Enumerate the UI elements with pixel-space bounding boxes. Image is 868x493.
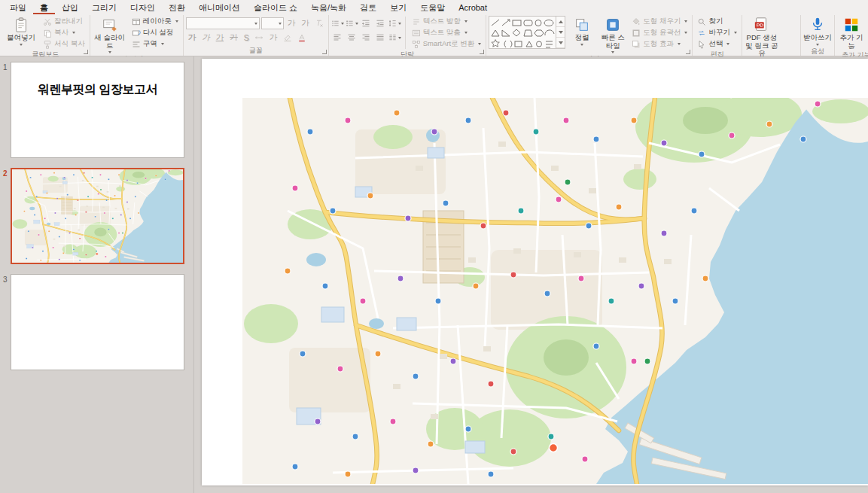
menu-item-design[interactable]: 디자인 bbox=[123, 0, 162, 14]
menu-item-file[interactable]: 파일 bbox=[3, 0, 33, 14]
quick-styles-icon bbox=[604, 17, 622, 33]
slide-2-thumbnail[interactable] bbox=[11, 168, 184, 264]
dictate-button[interactable]: 받아쓰기 bbox=[803, 16, 832, 47]
addins-button[interactable]: 추가 기능 bbox=[837, 16, 866, 50]
menu-item-home[interactable]: 홈 bbox=[33, 0, 55, 14]
align-right-button[interactable] bbox=[360, 32, 373, 44]
smartart-icon bbox=[412, 40, 421, 49]
copy-button[interactable]: 복사 bbox=[41, 27, 87, 38]
increase-indent-button[interactable] bbox=[374, 17, 387, 29]
convert-to-smartart-button[interactable]: SmartArt로 변환 bbox=[410, 38, 484, 50]
menu-item-record[interactable]: 녹음/녹화 bbox=[304, 0, 353, 14]
dialog-launcher-icon[interactable] bbox=[686, 50, 690, 54]
decrease-indent-button[interactable] bbox=[360, 17, 373, 29]
columns-icon bbox=[388, 33, 397, 42]
gallery-more-icon bbox=[559, 41, 563, 44]
copy-icon bbox=[43, 29, 52, 38]
shape-effects-icon bbox=[632, 40, 641, 49]
section-button[interactable]: 구역 bbox=[129, 38, 181, 50]
ribbon-group-clipboard: 붙여넣기 잘라내기 복사 서식 복사 클립보드 bbox=[2, 15, 90, 56]
section-icon bbox=[132, 40, 141, 49]
layout-button[interactable]: 레이아웃 bbox=[129, 16, 181, 27]
bold-button[interactable]: 가 bbox=[186, 32, 199, 44]
highlight-color-button[interactable] bbox=[281, 32, 294, 44]
align-left-icon bbox=[333, 33, 342, 42]
replace-button[interactable]: 바꾸기 bbox=[695, 27, 739, 38]
arrange-button[interactable]: 정렬 bbox=[568, 16, 596, 47]
italic-button[interactable]: 가 bbox=[199, 32, 212, 44]
reset-button[interactable]: 다시 설정 bbox=[129, 27, 181, 38]
shape-outline-button[interactable]: 도형 윤곽선 bbox=[629, 27, 690, 38]
font-size-select[interactable] bbox=[261, 17, 284, 29]
align-center-button[interactable] bbox=[346, 32, 358, 44]
align-text-icon bbox=[412, 29, 421, 38]
text-direction-button[interactable]: 텍스트 방향 bbox=[410, 16, 484, 27]
font-name-select[interactable] bbox=[186, 17, 260, 29]
justify-button[interactable] bbox=[374, 32, 387, 44]
new-slide-button[interactable]: 새 슬라이드 bbox=[93, 16, 127, 54]
chevron-down-icon bbox=[816, 44, 819, 46]
align-text-button[interactable]: 텍스트 맞춤 bbox=[410, 27, 484, 38]
line-spacing-button[interactable] bbox=[388, 17, 401, 29]
shape-effects-button[interactable]: 도형 효과 bbox=[629, 38, 690, 50]
menu-item-draw[interactable]: 그리기 bbox=[85, 0, 123, 14]
change-case-button[interactable]: 가 bbox=[267, 32, 280, 44]
character-spacing-button[interactable] bbox=[253, 32, 266, 44]
slide-canvas[interactable] bbox=[202, 59, 868, 485]
dialog-launcher-icon[interactable] bbox=[84, 50, 88, 54]
editor-canvas-area bbox=[194, 56, 868, 493]
chevron-down-icon bbox=[20, 44, 23, 46]
text-direction-icon bbox=[412, 17, 421, 26]
columns-button[interactable] bbox=[388, 32, 401, 44]
ribbon-group-acrobat: PDF 생성 및 링크 공유 Adobe Acrobat bbox=[742, 15, 801, 56]
numbering-button[interactable] bbox=[346, 17, 358, 29]
gallery-scroll-arrows[interactable] bbox=[556, 17, 565, 48]
font-color-button[interactable] bbox=[295, 32, 308, 44]
slide-map-image[interactable] bbox=[242, 98, 868, 484]
decrease-font-size-button[interactable]: 가 bbox=[299, 17, 312, 29]
numbered-list-icon bbox=[346, 19, 354, 28]
cut-button[interactable]: 잘라내기 bbox=[41, 16, 87, 27]
format-painter-button[interactable]: 서식 복사 bbox=[41, 38, 87, 50]
menu-item-review[interactable]: 검토 bbox=[353, 0, 383, 14]
slide-3-thumbnail[interactable] bbox=[11, 274, 184, 370]
dialog-launcher-icon[interactable] bbox=[322, 50, 327, 54]
bullets-button[interactable] bbox=[331, 17, 344, 29]
chevron-down-icon bbox=[611, 51, 614, 53]
clear-formatting-button[interactable] bbox=[313, 17, 326, 29]
chevron-down-icon bbox=[108, 51, 111, 53]
paste-button[interactable]: 붙여넣기 bbox=[4, 16, 38, 47]
increase-font-size-button[interactable]: 가 bbox=[285, 17, 298, 29]
menu-item-view[interactable]: 보기 bbox=[383, 0, 413, 14]
shapes-gallery[interactable] bbox=[489, 16, 565, 49]
clear-formatting-icon bbox=[315, 19, 324, 28]
menu-item-help[interactable]: 도움말 bbox=[413, 0, 452, 14]
outdent-icon bbox=[361, 19, 370, 28]
shape-fill-button[interactable]: 도형 채우기 bbox=[629, 16, 690, 27]
dictate-label: 받아쓰기 bbox=[803, 34, 832, 42]
menu-item-slideshow[interactable]: 슬라이드 쇼 bbox=[247, 0, 304, 14]
cursor-arrow-icon bbox=[697, 40, 706, 49]
bullet-list-icon bbox=[331, 19, 340, 28]
slide-2-number: 2 bbox=[3, 169, 8, 178]
quick-styles-button[interactable]: 빠른 스타일 bbox=[598, 16, 627, 54]
underline-button[interactable]: 가 bbox=[214, 32, 227, 44]
strikethrough-button[interactable]: 가 bbox=[227, 32, 240, 44]
pdf-icon bbox=[753, 17, 771, 33]
slide-1-thumbnail[interactable]: 워렌부핏의 임장보고서 bbox=[11, 62, 184, 158]
create-pdf-button[interactable]: PDF 생성 및 링크 공유 bbox=[745, 16, 779, 59]
dialog-launcher-icon[interactable] bbox=[480, 50, 484, 54]
find-button[interactable]: 찾기 bbox=[695, 16, 739, 27]
text-shadow-button[interactable]: S bbox=[242, 32, 251, 44]
new-slide-icon bbox=[101, 17, 119, 33]
menu-item-insert[interactable]: 삽입 bbox=[55, 0, 85, 14]
menu-item-acrobat[interactable]: Acrobat bbox=[452, 0, 494, 14]
shape-fill-icon bbox=[632, 17, 641, 26]
menu-item-animations[interactable]: 애니메이션 bbox=[192, 0, 247, 14]
scroll-down-icon bbox=[559, 31, 563, 34]
paste-label: 붙여넣기 bbox=[7, 34, 35, 42]
slide-1-number: 1 bbox=[3, 63, 8, 72]
select-button[interactable]: 선택 bbox=[695, 38, 739, 50]
menu-item-transitions[interactable]: 전환 bbox=[162, 0, 192, 14]
align-left-button[interactable] bbox=[331, 32, 344, 44]
